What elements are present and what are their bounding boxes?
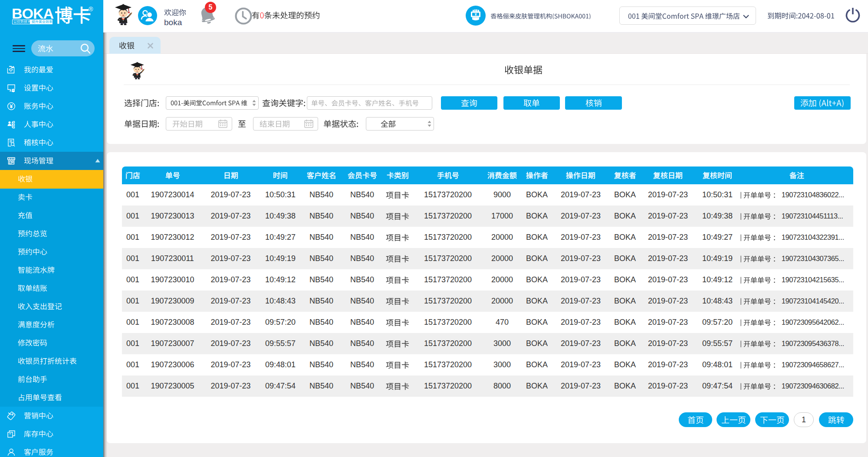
svg-text:¥: ¥ <box>475 12 477 16</box>
